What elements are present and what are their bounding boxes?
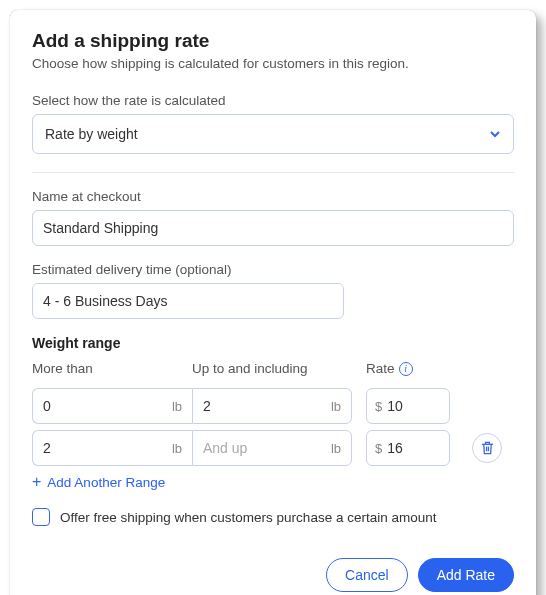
to-field[interactable]: lb — [192, 388, 352, 424]
to-field[interactable]: lb — [192, 430, 352, 466]
delete-range-button[interactable] — [472, 433, 502, 463]
calc-select[interactable]: Rate by weight — [32, 114, 514, 154]
rate-label: Rate — [366, 361, 395, 376]
plus-icon: + — [32, 474, 41, 490]
shipping-rate-modal: Add a shipping rate Choose how shipping … — [10, 10, 536, 595]
eta-label: Estimated delivery time (optional) — [32, 262, 514, 277]
from-field[interactable]: lb — [32, 388, 192, 424]
weight-range-title: Weight range — [32, 335, 514, 351]
to-input[interactable] — [193, 431, 331, 465]
name-input[interactable] — [32, 210, 514, 246]
from-field[interactable]: lb — [32, 430, 192, 466]
up-to-label: Up to and including — [192, 361, 366, 376]
info-icon[interactable]: i — [399, 362, 413, 376]
add-range-button[interactable]: + Add Another Range — [32, 474, 165, 490]
rate-input[interactable] — [387, 389, 441, 423]
calc-label: Select how the rate is calculated — [32, 93, 514, 108]
add-range-label: Add Another Range — [47, 475, 165, 490]
unit-label: lb — [172, 441, 192, 456]
modal-footer: Cancel Add Rate — [32, 558, 514, 592]
modal-title: Add a shipping rate — [32, 30, 514, 52]
unit-label: lb — [172, 399, 192, 414]
eta-input[interactable] — [32, 283, 344, 319]
trash-icon — [481, 441, 494, 455]
free-shipping-label: Offer free shipping when customers purch… — [60, 510, 436, 525]
range-header: More than Up to and including Rate i — [32, 361, 514, 382]
chevron-down-icon — [489, 128, 501, 140]
divider — [32, 172, 514, 173]
range-row: lb lb $ — [32, 430, 514, 466]
calc-select-value: Rate by weight — [45, 126, 138, 142]
rate-input[interactable] — [387, 431, 441, 465]
modal-subtitle: Choose how shipping is calculated for cu… — [32, 56, 514, 71]
unit-label: lb — [331, 399, 351, 414]
rate-label-wrap: Rate i — [366, 361, 466, 376]
more-than-label: More than — [32, 361, 192, 376]
add-rate-button[interactable]: Add Rate — [418, 558, 514, 592]
rate-field[interactable]: $ — [366, 430, 450, 466]
rate-field[interactable]: $ — [366, 388, 450, 424]
free-shipping-checkbox[interactable] — [32, 508, 50, 526]
from-input[interactable] — [33, 431, 172, 465]
name-label: Name at checkout — [32, 189, 514, 204]
to-input[interactable] — [193, 389, 331, 423]
from-input[interactable] — [33, 389, 172, 423]
cancel-button[interactable]: Cancel — [326, 558, 408, 592]
range-row: lb lb $ — [32, 388, 514, 424]
unit-label: lb — [331, 441, 351, 456]
currency-label: $ — [375, 399, 382, 414]
currency-label: $ — [375, 441, 382, 456]
free-shipping-option[interactable]: Offer free shipping when customers purch… — [32, 508, 514, 526]
